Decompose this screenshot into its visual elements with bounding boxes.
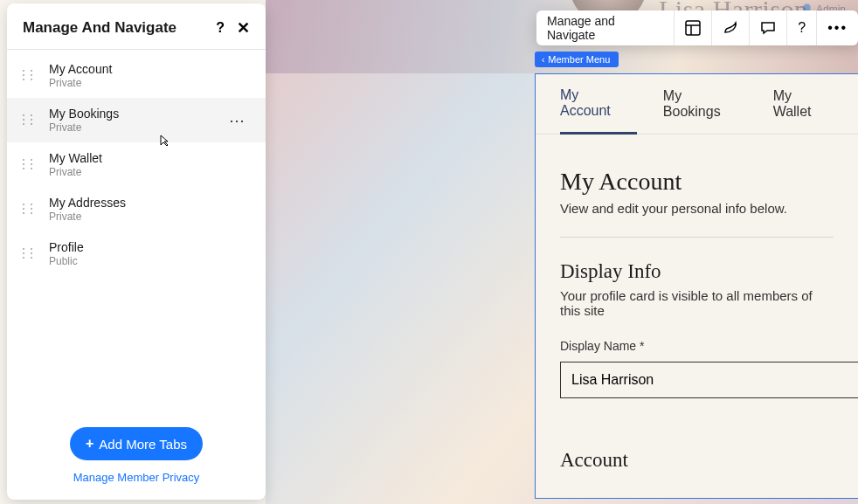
tab-list: My Account Private My Bookings Private ⋯… (7, 50, 266, 411)
sidebar-item-my-addresses[interactable]: My Addresses Private (7, 187, 266, 231)
breadcrumb[interactable]: ‹ Member Menu (535, 52, 619, 67)
breadcrumb-label: Member Menu (548, 54, 610, 65)
toolbar-more-icon[interactable]: ••• (817, 10, 858, 45)
add-more-tabs-label: Add More Tabs (99, 437, 187, 452)
sidebar-item-my-wallet[interactable]: My Wallet Private (7, 142, 266, 187)
panel-title: Manage And Navigate (23, 19, 176, 37)
tab-my-bookings[interactable]: My Bookings (663, 75, 747, 133)
sidebar-item-profile[interactable]: Profile Public (7, 231, 266, 276)
tab-my-account[interactable]: My Account (560, 74, 637, 135)
divider (560, 237, 834, 238)
section-account-title: Account (560, 449, 834, 472)
svg-rect-0 (686, 21, 700, 35)
drag-handle-icon[interactable] (23, 159, 35, 171)
sidebar-item-visibility: Private (49, 77, 112, 89)
close-icon[interactable]: ✕ (237, 20, 250, 36)
chevron-left-icon: ‹ (542, 55, 544, 65)
drag-handle-icon[interactable] (23, 70, 35, 82)
toolbar-main-button[interactable]: Manage and Navigate (536, 10, 675, 45)
toolbar-main-label: Manage and Navigate (547, 14, 663, 42)
page-title: My Account (560, 168, 834, 196)
sidebar-item-visibility: Public (49, 255, 84, 267)
page-description: View and edit your personal info below. (560, 201, 834, 216)
drag-handle-icon[interactable] (23, 248, 35, 260)
add-more-tabs-button[interactable]: + Add More Tabs (70, 427, 203, 460)
sidebar-item-visibility: Private (49, 166, 102, 178)
manage-member-privacy-link[interactable]: Manage Member Privacy (73, 471, 200, 484)
sidebar-item-label: Profile (49, 240, 84, 254)
help-icon[interactable]: ? (216, 21, 225, 35)
design-icon[interactable] (712, 10, 750, 45)
sidebar-item-label: My Account (49, 62, 112, 76)
sidebar-item-label: My Addresses (49, 196, 126, 210)
comment-icon[interactable] (750, 10, 787, 45)
plus-icon: + (86, 436, 93, 452)
member-area: My Account My Bookings My Wallet My Addr… (535, 73, 858, 499)
toolbar-help-icon[interactable]: ? (787, 10, 817, 45)
member-tabs: My Account My Bookings My Wallet My Addr… (536, 74, 858, 135)
sidebar-item-my-bookings[interactable]: My Bookings Private ⋯ (7, 98, 266, 142)
layout-icon[interactable] (675, 10, 712, 45)
panel-footer: + Add More Tabs Manage Member Privacy (7, 411, 266, 500)
sidebar-item-visibility: Private (49, 121, 119, 134)
drag-handle-icon[interactable] (23, 114, 35, 127)
section-display-info-desc: Your profile card is visible to all memb… (560, 288, 834, 318)
sidebar-item-label: My Bookings (49, 107, 119, 121)
tab-my-wallet[interactable]: My Wallet (773, 75, 838, 133)
display-name-label: Display Name * (560, 339, 858, 353)
sidebar-item-my-account[interactable]: My Account Private (7, 53, 266, 98)
page-content: My Account View and edit your personal i… (536, 135, 858, 498)
manage-panel: Manage And Navigate ? ✕ My Account Priva… (7, 3, 266, 500)
drag-handle-icon[interactable] (23, 204, 35, 216)
canvas: Lisa Harrison 👤 Admin Manage and Navigat… (266, 0, 858, 504)
floating-toolbar: Manage and Navigate ? ••• (536, 10, 858, 45)
section-display-info-title: Display Info (560, 260, 834, 283)
sidebar-item-visibility: Private (49, 211, 126, 223)
display-name-input[interactable] (560, 362, 858, 398)
sidebar-item-label: My Wallet (49, 151, 102, 165)
panel-header: Manage And Navigate ? ✕ (7, 3, 266, 50)
more-icon[interactable]: ⋯ (224, 110, 250, 131)
